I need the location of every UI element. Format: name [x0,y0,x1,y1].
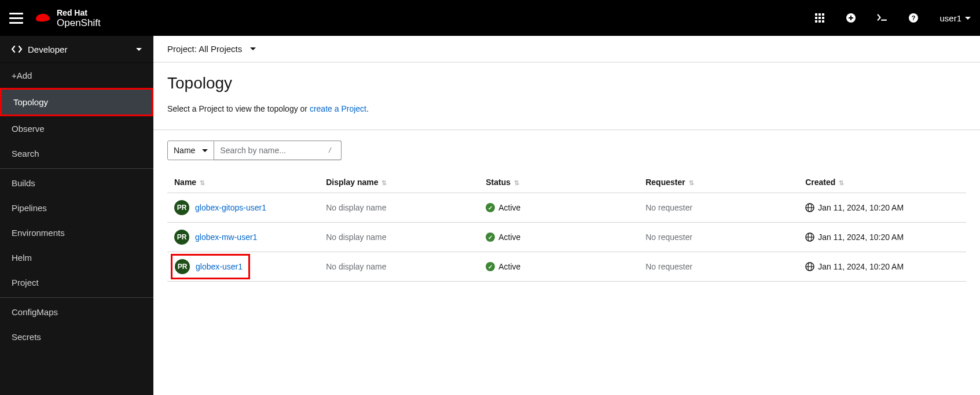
perspective-switcher[interactable]: Developer [0,36,153,63]
created-cell: Jan 11, 2024, 10:20 AM [805,262,959,271]
app-launcher-icon[interactable] [814,13,825,23]
caret-down-icon [250,47,256,50]
svg-text:?: ? [912,14,916,21]
svg-rect-8 [822,20,824,23]
caret-down-icon [965,17,971,20]
project-name-cell: PRglobex-gitops-user1 [174,200,312,215]
nav-item-observe[interactable]: Observe [0,116,153,141]
display-name-cell: No display name [319,223,479,252]
username-label: user1 [939,13,961,23]
add-icon[interactable] [846,13,856,23]
requester-cell: No requester [638,223,798,252]
filter-attribute-label: Name [174,146,195,155]
project-badge: PR [174,200,189,215]
filter-attribute-dropdown[interactable]: Name [167,141,214,160]
redhat-hat-icon [34,12,51,24]
table-row: PRglobex-user1No display name✓ActiveNo r… [167,252,966,282]
nav-item-topology[interactable]: Topology [0,88,153,116]
nav-item-helm[interactable]: Helm [0,245,153,270]
created-cell: Jan 11, 2024, 10:20 AM [805,203,959,212]
status-ok-icon: ✓ [486,203,495,212]
caret-down-icon [202,149,208,152]
status-cell: ✓Active [486,262,632,271]
globe-icon [805,262,814,271]
nav-item-environments[interactable]: Environments [0,220,153,245]
requester-cell: No requester [638,252,798,282]
svg-rect-3 [815,17,817,19]
nav-item-configmaps[interactable]: ConfigMaps [0,297,153,324]
nav-item-secrets[interactable]: Secrets [0,324,153,349]
nav-item-project[interactable]: Project [0,270,153,295]
create-project-link[interactable]: create a Project [310,104,366,113]
col-name-header[interactable]: Name⇅ [167,172,319,193]
main-content: Project: All Projects Topology Select a … [153,36,980,395]
svg-rect-1 [818,13,821,16]
terminal-icon[interactable] [877,13,887,23]
help-icon[interactable]: ? [908,13,919,23]
table-row: PRglobex-gitops-user1No display name✓Act… [167,193,966,223]
filter-toolbar: Name / [153,130,980,166]
sort-icon: ⇅ [689,179,694,186]
nav-item-search[interactable]: Search [0,141,153,166]
project-selector[interactable]: Project: All Projects [153,36,980,62]
status-ok-icon: ✓ [486,232,495,242]
nav-toggle-button[interactable] [9,11,23,25]
search-input[interactable] [214,141,342,160]
table-row: PRglobex-mw-user1No display name✓ActiveN… [167,223,966,252]
nav-list: +AddTopologyObserveSearchBuildsPipelines… [0,63,153,349]
svg-rect-0 [815,13,817,16]
projects-table: Name⇅ Display name⇅ Status⇅ Requester⇅ C… [167,172,966,282]
svg-rect-12 [882,20,887,21]
help-text: Select a Project to view the topology or… [167,104,966,113]
status-cell: ✓Active [486,232,632,242]
svg-rect-2 [822,13,824,16]
status-label: Active [498,232,520,242]
page-title: Topology [167,74,966,93]
requester-cell: No requester [638,193,798,223]
created-cell: Jan 11, 2024, 10:20 AM [805,232,959,242]
project-badge: PR [174,230,189,245]
masthead-right: ? user1 [814,13,971,23]
col-status-header[interactable]: Status⇅ [479,172,638,193]
brand-text: Red Hat OpenShift [57,9,101,28]
caret-down-icon [136,48,142,51]
created-label: Jan 11, 2024, 10:20 AM [818,232,904,242]
created-label: Jan 11, 2024, 10:20 AM [818,262,904,271]
status-ok-icon: ✓ [486,262,495,271]
table-header-row: Name⇅ Display name⇅ Status⇅ Requester⇅ C… [167,172,966,193]
svg-rect-4 [818,17,821,19]
project-label: Project: All Projects [167,44,242,54]
user-menu[interactable]: user1 [939,13,971,23]
project-name-cell: PRglobex-user1 [171,254,250,279]
svg-rect-7 [818,20,821,23]
project-link[interactable]: globex-user1 [196,262,243,271]
code-icon [12,44,22,54]
col-created-header[interactable]: Created⇅ [798,172,966,193]
brand-top: Red Hat [57,9,101,17]
project-badge: PR [175,259,190,274]
project-link[interactable]: globex-gitops-user1 [195,203,266,212]
globe-icon [805,232,814,242]
project-name-cell: PRglobex-mw-user1 [174,230,312,245]
sort-icon: ⇅ [839,179,844,186]
status-cell: ✓Active [486,203,632,212]
col-requester-header[interactable]: Requester⇅ [638,172,798,193]
page-header: Topology Select a Project to view the to… [153,62,980,130]
col-display-header[interactable]: Display name⇅ [319,172,479,193]
table-body: PRglobex-gitops-user1No display name✓Act… [167,193,966,282]
project-link[interactable]: globex-mw-user1 [195,232,257,242]
nav-item--add[interactable]: +Add [0,63,153,88]
sort-icon: ⇅ [514,179,519,186]
sidebar: Developer +AddTopologyObserveSearchBuild… [0,36,153,395]
globe-icon [805,203,814,212]
status-label: Active [498,262,520,271]
svg-rect-11 [849,17,853,19]
display-name-cell: No display name [319,193,479,223]
sort-icon: ⇅ [200,179,205,186]
brand-logo[interactable]: Red Hat OpenShift [34,9,101,28]
svg-rect-5 [822,17,824,19]
nav-item-pipelines[interactable]: Pipelines [0,195,153,220]
nav-item-builds[interactable]: Builds [0,168,153,195]
page-body: Developer +AddTopologyObserveSearchBuild… [0,36,980,395]
sort-icon: ⇅ [381,179,387,186]
